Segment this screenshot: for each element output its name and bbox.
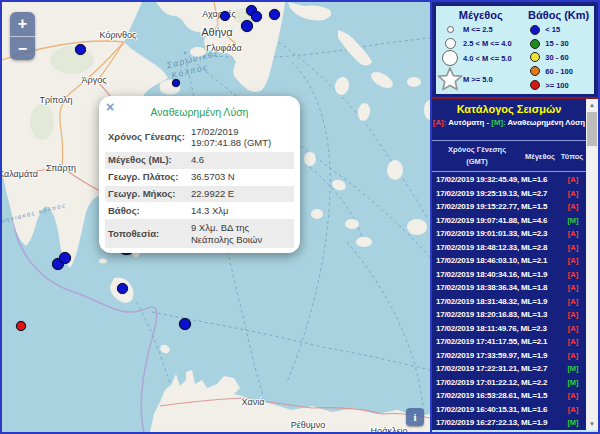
event-type-badge: [Α]: [560, 256, 586, 265]
catalog-event-row[interactable]: 17/02/2019 19:25:19.13, ML=2.7 [Α]: [432, 187, 586, 201]
legend-depth-item: >= 100: [524, 78, 593, 92]
depth-color-icon: [530, 52, 540, 62]
legend-magnitude-item: M >= 5.0: [437, 66, 524, 92]
event-type-badge: [Α]: [560, 229, 586, 238]
earthquake-marker[interactable]: [59, 252, 71, 264]
event-type-badge: [Α]: [560, 243, 586, 252]
scrollbar-down-icon[interactable]: ▼: [586, 418, 598, 430]
catalog-header-row: Χρόνος Γένεσης (GMT) Μέγεθος Τύπος: [432, 140, 586, 172]
depth-color-icon: [530, 39, 540, 49]
catalog-event-row[interactable]: 17/02/2019 17:22:31.21, ML=2.7 [Μ]: [432, 362, 586, 376]
city-label: Άργος: [82, 75, 107, 85]
catalog-event-row[interactable]: 17/02/2019 19:07:41.88, ML=4.6 [Μ]: [432, 214, 586, 228]
legend-depth-label: 30 - 60: [545, 53, 568, 62]
catalog-event-row[interactable]: 17/02/2019 17:01:22.12, ML=2.2 [Μ]: [432, 376, 586, 390]
earthquake-marker[interactable]: [179, 318, 191, 330]
city-label: Καλαμάτα: [2, 169, 38, 179]
earthquake-marker[interactable]: [172, 79, 180, 87]
header-magnitude: Μέγεθος: [522, 152, 558, 161]
event-type-badge: [Α]: [560, 324, 586, 333]
catalog-title: Κατάλογος Σεισμών: [432, 103, 586, 115]
legend-depth-label: >= 100: [545, 81, 568, 90]
catalog-event-row[interactable]: 17/02/2019 16:53:28.61, ML=1.5 [Α]: [432, 389, 586, 403]
legend-magnitude-column: Μέγεθος M <= 2.52.5 < M <= 4.04.0 < M <=…: [437, 8, 524, 92]
magnitude-circle-icon: [437, 50, 463, 66]
zoom-in-button[interactable]: +: [10, 12, 35, 36]
event-type-badge: [Α]: [560, 337, 586, 346]
event-type-badge: [Μ]: [560, 418, 586, 427]
event-time-magnitude: 17/02/2019 18:11:49.76, ML=2.3: [432, 324, 560, 333]
catalog-event-row[interactable]: 17/02/2019 18:46:03.10, ML=2.1 [Α]: [432, 254, 586, 268]
event-type-badge: [Α]: [560, 310, 586, 319]
map[interactable]: ΑθήναΑχαρνέςΓλυφάδαΚόρινθοςΆργοςΤρίποληΣ…: [2, 2, 430, 432]
legend-depth-label: 15 - 30: [545, 39, 568, 48]
catalog-event-row[interactable]: 17/02/2019 17:41:17.55, ML=2.1 [Α]: [432, 335, 586, 349]
city-label: Αχαρνές: [202, 9, 236, 19]
depth-color-icon: [530, 25, 540, 35]
catalog-event-row[interactable]: 17/02/2019 16:27:22.13, ML=1.9 [Μ]: [432, 416, 586, 430]
earthquake-marker[interactable]: [269, 9, 280, 20]
tag-automatic: [Α]:: [433, 118, 446, 127]
legend-magnitude-item: 2.5 < M <= 4.0: [437, 37, 524, 51]
app-window: ΑθήναΑχαρνέςΓλυφάδαΚόρινθοςΆργοςΤρίποληΣ…: [0, 0, 600, 434]
tag-automatic-text: Αυτόματη -: [446, 118, 491, 127]
catalog-event-row[interactable]: 17/02/2019 19:15:22.77, ML=1.5 [Α]: [432, 200, 586, 214]
catalog-event-row[interactable]: 17/02/2019 18:31:48.32, ML=1.9 [Α]: [432, 295, 586, 309]
city-label: Κόρινθος: [100, 30, 137, 40]
earthquake-marker[interactable]: [75, 44, 86, 55]
catalog-event-row[interactable]: 17/02/2019 19:01:01.33, ML=2.3 [Α]: [432, 227, 586, 241]
legend-depth-title: Βάθος (Km): [524, 9, 593, 21]
city-label: Τρίπολη: [39, 95, 72, 105]
catalog-event-row[interactable]: 17/02/2019 16:40:15.31, ML=1.6 [Α]: [432, 403, 586, 417]
legend-magnitude-item: M <= 2.5: [437, 23, 524, 37]
event-type-badge: [Μ]: [560, 378, 586, 387]
catalog-event-row[interactable]: 17/02/2019 17:33:59.97, ML=1.9 [Α]: [432, 349, 586, 363]
earthquake-marker[interactable]: [117, 283, 128, 294]
legend-magnitude-label: 2.5 < M <= 4.0: [463, 39, 512, 48]
catalog-event-row[interactable]: 17/02/2019 18:20:16.83, ML=1.3 [Α]: [432, 308, 586, 322]
popup-detail-row: Γεωγρ. Πλάτος: 36.5703 N: [105, 169, 294, 186]
catalog-scrollbar[interactable]: ▲ ▼: [586, 99, 598, 430]
city-label: Χανιά: [242, 397, 265, 407]
depth-color-icon: [530, 80, 540, 90]
event-time-magnitude: 17/02/2019 18:48:12.33, ML=2.8: [432, 243, 560, 252]
legend-magnitude-label: M <= 2.5: [463, 25, 493, 34]
event-time-magnitude: 17/02/2019 18:20:16.83, ML=1.3: [432, 310, 560, 319]
zoom-control: + −: [10, 12, 35, 60]
event-time-magnitude: 17/02/2019 19:32:45.49, ML=1.6: [432, 175, 560, 184]
catalog-event-row[interactable]: 17/02/2019 18:48:12.33, ML=2.8 [Α]: [432, 241, 586, 255]
catalog-event-row[interactable]: 17/02/2019 18:40:34.16, ML=1.9 [Α]: [432, 268, 586, 282]
earthquake-marker[interactable]: [251, 11, 262, 22]
catalog-event-row[interactable]: 17/02/2019 19:32:45.49, ML=1.6 [Α]: [432, 173, 586, 187]
catalog-event-row[interactable]: 17/02/2019 18:11:49.76, ML=2.3 [Α]: [432, 322, 586, 336]
event-type-badge: [Α]: [560, 297, 586, 306]
zoom-out-button[interactable]: −: [10, 36, 35, 60]
event-time-magnitude: 17/02/2019 17:33:59.97, ML=1.9: [432, 351, 560, 360]
popup-detail-row: Βάθος: 14.3 Χλμ: [105, 202, 294, 219]
event-time-magnitude: 17/02/2019 16:53:28.61, ML=1.5: [432, 391, 560, 400]
magnitude-circle-icon: [437, 38, 463, 49]
event-type-badge: [Α]: [560, 270, 586, 279]
legend-depth-item: 30 - 60: [524, 51, 593, 65]
scrollbar-thumb[interactable]: [587, 112, 597, 146]
header-type: Τύπος: [558, 152, 586, 161]
city-label: Αθήνα: [201, 26, 232, 38]
scrollbar-up-icon[interactable]: ▲: [586, 99, 598, 111]
legend-depth-item: < 15: [524, 23, 593, 37]
popup-detail-table: Χρόνος Γένεσης: 17/02/2019 19:07:41.88 (…: [105, 123, 294, 248]
city-label: Ηράκλειο: [371, 426, 408, 432]
earthquake-marker[interactable]: [241, 20, 253, 32]
event-time-magnitude: 17/02/2019 19:25:19.13, ML=2.7: [432, 189, 560, 198]
earthquake-marker[interactable]: [16, 321, 26, 331]
earthquake-marker[interactable]: [220, 11, 230, 21]
depth-color-icon: [530, 66, 540, 76]
event-time-magnitude: 17/02/2019 18:46:03.10, ML=2.1: [432, 256, 560, 265]
event-time-magnitude: 17/02/2019 18:40:34.16, ML=1.9: [432, 270, 560, 279]
catalog-type-legend: [Α]: Αυτόματη - [Μ]: Αναθεωρημένη Λύση: [432, 118, 586, 127]
popup-close-icon[interactable]: ×: [106, 100, 114, 114]
magnitude-circle-icon: [437, 26, 463, 33]
event-type-badge: [Μ]: [560, 216, 586, 225]
city-label: Σπάρτη: [46, 163, 76, 173]
catalog-event-row[interactable]: 17/02/2019 18:38:36.34, ML=1.8 [Α]: [432, 281, 586, 295]
attribution-info-button[interactable]: i: [406, 408, 424, 426]
